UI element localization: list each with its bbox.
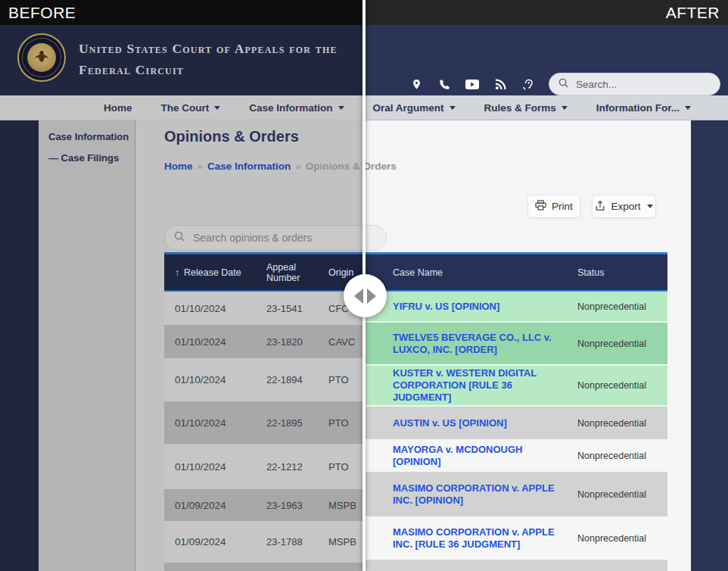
case-link[interactable]: YIFRU v. US [OPINION] <box>393 301 499 313</box>
compare-top-bar: BEFORE AFTER <box>0 0 364 25</box>
origin-cell: PTO <box>318 358 364 401</box>
case-link[interactable]: MAYORGA v. MCDONOUGH [OPINION] <box>393 444 558 468</box>
release-date-cell: 01/10/2024 <box>164 325 255 358</box>
appeal-number-cell: 23-1788 <box>255 521 318 563</box>
phone-icon[interactable] <box>437 77 451 91</box>
printer-icon <box>535 200 546 213</box>
search-icon <box>558 77 568 91</box>
chevron-down-icon <box>562 106 568 110</box>
before-after-comparison: BEFORE AFTER United States Court of Ap <box>0 0 728 571</box>
site-search-input[interactable] <box>574 78 695 91</box>
table-search-input[interactable] <box>191 231 364 245</box>
export-button-label: Export <box>611 201 640 212</box>
left-rail <box>0 120 39 571</box>
release-date-cell: 01/10/2024 <box>164 292 255 325</box>
site-search <box>549 73 720 95</box>
nav-item-rules-forms[interactable]: Rules & Forms <box>484 102 568 114</box>
case-name-cell: YIFRU v. US [OPINION] <box>378 292 565 321</box>
breadcrumb-home[interactable]: Home <box>164 161 193 172</box>
page-title: Opinions & Orders <box>164 128 299 145</box>
release-date-cell: 01/09/2024 <box>164 489 255 521</box>
appeal-number-cell: 22-1895 <box>255 401 318 444</box>
slider-right-arrow-icon <box>367 289 376 304</box>
release-date-cell: 01/09/2024 <box>164 521 255 563</box>
slider-left-arrow-icon <box>354 289 363 304</box>
nav-item-case-information[interactable]: Case Information <box>249 102 344 114</box>
table-row: 01/10/202423-1820CAVCTWELVE5 BEVERAGE CO… <box>164 325 364 358</box>
assistive-listening-icon[interactable] <box>521 77 535 91</box>
sort-ascending-icon: ↑ <box>175 267 179 278</box>
column-header-status[interactable]: Status <box>565 267 667 278</box>
print-button[interactable]: Print <box>527 195 580 218</box>
sidebar-item-case-filings[interactable]: — Case Filings <box>48 151 135 164</box>
site-title: United States Court of Appeals for the F… <box>79 38 338 80</box>
eagle-emblem-icon <box>27 43 56 72</box>
table-search <box>164 225 364 251</box>
opinions-table: ↑ Release Date Appeal Number Origin Case… <box>164 252 364 571</box>
column-header-case-name[interactable]: Case Name <box>378 267 565 278</box>
case-link[interactable]: MASIMO CORPORATION v. APPLE INC. [RULE 3… <box>393 526 558 551</box>
before-label: BEFORE <box>8 4 76 22</box>
status-cell: Nonprecedential <box>565 407 667 439</box>
case-name-cell: AUSTIN v. US [OPINION] <box>378 407 565 439</box>
table-header-row: ↑ Release Date Appeal Number Origin Case… <box>164 254 364 292</box>
nav-item-oral-argument[interactable]: Oral Argument <box>373 102 456 114</box>
header-icon-links <box>409 75 535 93</box>
case-name-cell <box>378 560 565 571</box>
appeal-number-cell: 22-1212 <box>255 444 318 489</box>
table-row: 01/10/202422-1895PTOAUSTIN v. US [OPINIO… <box>164 401 364 444</box>
release-date-cell: 01/10/2024 <box>164 444 255 489</box>
chevron-down-icon <box>338 106 344 110</box>
case-name-cell: KUSTER v. WESTERN DIGITAL CORPORATION [R… <box>378 366 565 405</box>
origin-cell: MSPB <box>318 489 364 521</box>
sidebar-item-case-information[interactable]: Case Information <box>48 130 135 143</box>
sidebar: Case Information — Case Filings <box>39 120 135 571</box>
breadcrumb-current: Opinions & Orders <box>306 161 364 172</box>
breadcrumb-separator: » <box>295 161 301 172</box>
breadcrumb-separator: » <box>198 161 204 172</box>
chevron-down-icon <box>450 106 456 110</box>
comparison-slider-handle[interactable] <box>344 274 387 317</box>
case-name-cell: MASIMO CORPORATION v. APPLE INC. [OPINIO… <box>378 472 565 516</box>
case-name-cell: MASIMO CORPORATION v. APPLE INC. [RULE 3… <box>378 516 565 560</box>
search-icon <box>174 231 185 245</box>
case-link[interactable]: AUSTIN v. US [OPINION] <box>393 417 507 429</box>
column-header-release-date[interactable]: ↑ Release Date <box>164 267 255 278</box>
column-header-appeal-number[interactable]: Appeal Number <box>255 262 318 283</box>
rss-icon[interactable] <box>493 77 507 91</box>
breadcrumb: Home » Case Information » Opinions & Ord… <box>164 161 364 172</box>
appeal-number-cell: 23-1820 <box>255 325 318 358</box>
status-cell: Nonprecedential <box>565 366 667 405</box>
seal-ring <box>22 38 61 77</box>
nav-item-home[interactable]: Home <box>104 102 132 114</box>
youtube-icon[interactable] <box>465 77 479 91</box>
origin-cell: PTO <box>318 563 364 571</box>
site-header: United States Court of Appeals for the F… <box>0 25 364 95</box>
table-row: 01/10/202423-1541CFCYIFRU v. US [OPINION… <box>164 292 364 325</box>
status-cell: Nonprecedential <box>565 516 667 560</box>
right-rail <box>691 120 728 571</box>
table-row: 01/09/202423-1788MSPBMASIMO CORPORATION … <box>164 521 364 563</box>
case-link[interactable]: KUSTER v. WESTERN DIGITAL CORPORATION [R… <box>393 367 558 404</box>
origin-cell: CAVC <box>318 325 364 358</box>
case-link[interactable]: TWELVE5 BEVERAGE CO., LLC v. LUXCO, INC.… <box>393 332 558 356</box>
chevron-down-icon <box>214 106 220 110</box>
export-button[interactable]: Export <box>592 195 656 218</box>
appeal-number-cell: 22-1894 <box>255 358 318 401</box>
table-row: 01/10/202422-1212PTOMAYORGA v. MCDONOUGH… <box>164 444 364 489</box>
page: BEFORE AFTER United States Court of Ap <box>0 0 364 571</box>
status-cell: Nonprecedential <box>565 323 667 364</box>
before-pane: BEFORE AFTER United States Court of Ap <box>0 0 364 571</box>
nav-item-the-court[interactable]: The Court <box>161 102 221 114</box>
case-name-cell: TWELVE5 BEVERAGE CO., LLC v. LUXCO, INC.… <box>378 323 565 364</box>
release-date-cell: 01/09/2024 <box>164 563 255 571</box>
breadcrumb-case-information[interactable]: Case Information <box>207 161 291 172</box>
chevron-down-icon <box>685 106 691 110</box>
court-seal-logo[interactable] <box>17 33 66 82</box>
location-pin-icon[interactable] <box>409 77 423 91</box>
origin-cell: PTO <box>318 401 364 444</box>
nav-item-information-for[interactable]: Information For... <box>596 102 691 114</box>
table-row: 01/09/2024PTO <box>164 563 364 571</box>
case-link[interactable]: MASIMO CORPORATION v. APPLE INC. [OPINIO… <box>393 482 558 507</box>
appeal-number-cell: 23-1541 <box>255 292 318 325</box>
